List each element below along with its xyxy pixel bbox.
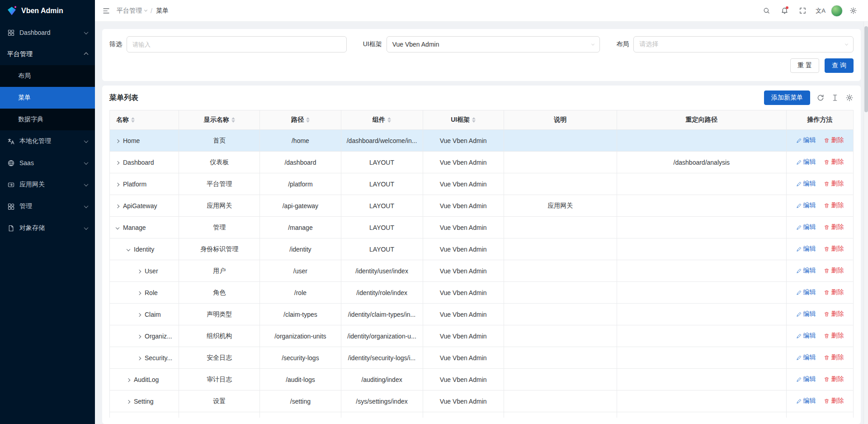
scrollbar-thumb[interactable] [864, 26, 868, 112]
edit-button[interactable]: 编辑 [796, 332, 816, 340]
row-expand-icon[interactable] [127, 378, 130, 381]
delete-button[interactable]: 删除 [824, 375, 844, 383]
delete-button[interactable]: 删除 [824, 310, 844, 318]
sidebar-item-manage[interactable]: 管理 [0, 195, 95, 217]
column-header-display-name[interactable]: 显示名称 [179, 110, 259, 130]
delete-button[interactable]: 删除 [824, 288, 844, 296]
vertical-scrollbar[interactable] [863, 22, 868, 424]
delete-button[interactable]: 删除 [824, 397, 844, 405]
row-collapse-icon[interactable] [127, 247, 130, 251]
row-expand-icon[interactable] [137, 313, 141, 316]
search-icon [763, 7, 770, 14]
sidebar-item-localization[interactable]: 本地化管理 [0, 130, 95, 152]
sidebar-item-dashboard[interactable]: Dashboard [0, 22, 95, 43]
sidebar-subitem-menu[interactable]: 菜单 [0, 87, 95, 109]
trash-icon [824, 333, 830, 339]
chevron-down-icon [591, 42, 594, 45]
edit-button[interactable]: 编辑 [796, 245, 816, 253]
edit-button[interactable]: 编辑 [796, 288, 816, 296]
delete-button[interactable]: 删除 [824, 332, 844, 340]
menu-fold-icon[interactable] [102, 7, 110, 15]
row-expand-icon[interactable] [116, 204, 119, 208]
column-header-component[interactable]: 组件 [341, 110, 423, 130]
query-button[interactable]: 查 询 [825, 58, 854, 73]
trash-icon [824, 159, 830, 165]
i-beam-icon[interactable] [831, 94, 839, 102]
row-expand-icon[interactable] [137, 356, 141, 360]
menu-list-panel: 菜单列表 添加新菜单 [102, 86, 861, 424]
row-expand-icon[interactable] [116, 139, 119, 143]
chevron-down-icon [144, 9, 147, 12]
edit-button[interactable]: 编辑 [796, 267, 816, 275]
sort-icon[interactable] [131, 117, 135, 123]
row-expand-icon[interactable] [137, 291, 141, 295]
storage-icon [7, 224, 15, 232]
delete-button[interactable]: 删除 [824, 201, 844, 210]
reset-button[interactable]: 重 置 [790, 58, 819, 73]
filter-label: 筛选 [109, 40, 122, 48]
notifications-button[interactable] [777, 3, 792, 19]
edit-button[interactable]: 编辑 [796, 180, 816, 188]
trash-icon [824, 268, 830, 274]
preferences-button[interactable] [845, 3, 861, 19]
column-header-path[interactable]: 路径 [260, 110, 341, 130]
filter-label: UI框架 [363, 40, 382, 48]
filter-field-keyword: 筛选 [109, 36, 347, 52]
refresh-icon[interactable] [816, 94, 825, 102]
sidebar-item-api-gateway[interactable]: 应用网关 [0, 174, 95, 195]
delete-button[interactable]: 删除 [824, 158, 844, 166]
delete-button[interactable]: 删除 [824, 245, 844, 253]
language-button[interactable]: 文A [813, 3, 828, 19]
ui-framework-select[interactable]: Vue Vben Admin [387, 36, 600, 52]
chevron-down-icon [84, 160, 89, 165]
notification-dot [786, 6, 788, 9]
app-logo[interactable]: Vben Admin [0, 0, 95, 22]
user-avatar[interactable] [831, 5, 843, 17]
filter-input[interactable] [127, 36, 347, 52]
sidebar-item-saas[interactable]: Saas [0, 152, 95, 174]
edit-button[interactable]: 编辑 [796, 201, 816, 210]
sort-icon[interactable] [472, 117, 476, 123]
edit-button[interactable]: 编辑 [796, 375, 816, 383]
sort-icon[interactable] [387, 117, 391, 123]
menu-table: 名称 显示名称 路径 组件 UI框架 说明 重定向路径 操作方法 Home 首页 [109, 110, 854, 418]
row-expand-icon[interactable] [116, 161, 119, 164]
add-menu-button[interactable]: 添加新菜单 [764, 91, 810, 105]
edit-button[interactable]: 编辑 [796, 158, 816, 166]
delete-button[interactable]: 删除 [824, 136, 844, 144]
table-row: AuditLog 审计日志 /audit-logs /auditing/inde… [110, 369, 854, 391]
sidebar-item-platform-management[interactable]: 平台管理 [0, 43, 95, 65]
breadcrumb-separator: / [151, 7, 152, 14]
sort-icon[interactable] [231, 117, 235, 123]
edit-button[interactable]: 编辑 [796, 310, 816, 318]
sidebar-item-object-storage[interactable]: 对象存储 [0, 217, 95, 239]
fullscreen-button[interactable] [795, 3, 810, 19]
row-expand-icon[interactable] [127, 400, 130, 403]
edit-button[interactable]: 编辑 [796, 353, 816, 362]
delete-button[interactable]: 删除 [824, 353, 844, 362]
edit-button[interactable]: 编辑 [796, 136, 816, 144]
delete-button[interactable]: 删除 [824, 267, 844, 275]
sidebar-subitem-data-dictionary[interactable]: 数据字典 [0, 109, 95, 130]
trash-icon [824, 246, 830, 252]
delete-button[interactable]: 删除 [824, 180, 844, 188]
edit-button[interactable]: 编辑 [796, 397, 816, 405]
column-header-name[interactable]: 名称 [110, 110, 179, 130]
search-button[interactable] [759, 3, 774, 19]
layout-select[interactable]: 请选择 [633, 36, 854, 52]
row-expand-icon[interactable] [116, 182, 119, 186]
row-collapse-icon[interactable] [116, 225, 119, 229]
row-expand-icon[interactable] [137, 334, 141, 338]
main-area: 平台管理 / 菜单 文A [95, 0, 868, 424]
column-settings-icon[interactable] [845, 94, 854, 102]
breadcrumb-platform-management[interactable]: 平台管理 [117, 7, 147, 15]
pencil-icon [796, 159, 802, 165]
sidebar-subitem-layout[interactable]: 布局 [0, 65, 95, 87]
chevron-down-icon [84, 182, 89, 186]
sort-icon[interactable] [306, 117, 310, 123]
delete-button[interactable]: 删除 [824, 223, 844, 231]
pencil-icon [796, 290, 802, 295]
column-header-ui-framework[interactable]: UI框架 [423, 110, 504, 130]
edit-button[interactable]: 编辑 [796, 223, 816, 231]
row-expand-icon[interactable] [137, 269, 141, 273]
